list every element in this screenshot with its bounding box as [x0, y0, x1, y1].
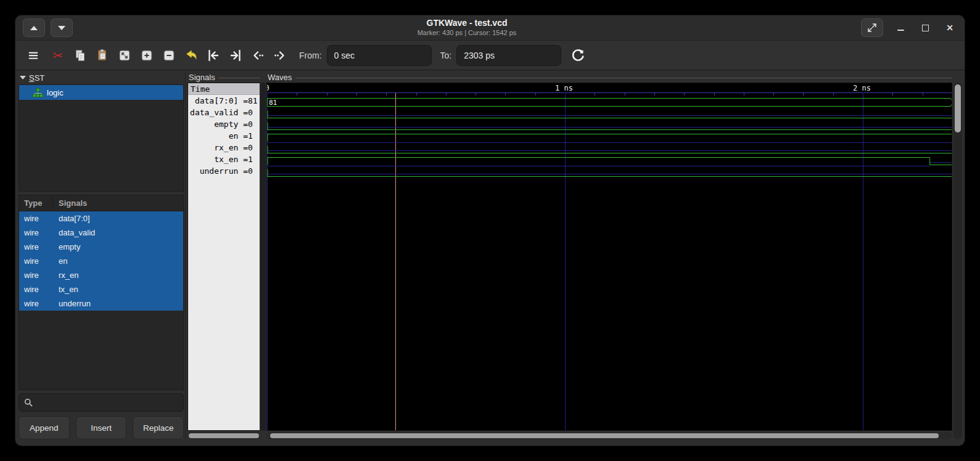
panel-divider[interactable] [184, 72, 187, 439]
scrollbar-thumb[interactable] [189, 433, 259, 438]
wave-canvas[interactable]: 01 ns2 ns81 [267, 83, 952, 431]
signal-name: empty [189, 120, 243, 129]
shift-up-button[interactable] [23, 18, 45, 37]
signals-vertical-scrollbar[interactable] [261, 83, 266, 431]
zoom-in-button[interactable] [136, 46, 157, 65]
maximize-button[interactable] [918, 20, 933, 35]
scissors-icon: ✂ [53, 49, 64, 62]
fullscreen-button[interactable] [861, 18, 883, 37]
signal-value-row[interactable]: en =1 [188, 130, 260, 142]
replace-button[interactable]: Replace [133, 417, 184, 439]
zoom-out-button[interactable] [159, 46, 179, 65]
paste-icon [96, 49, 109, 62]
close-button[interactable]: ✕ [942, 20, 957, 35]
column-header-signals[interactable]: Signals [53, 198, 87, 208]
equals-sign: = [243, 108, 248, 117]
expander-triangle-icon [20, 76, 26, 80]
insert-button[interactable]: Insert [76, 417, 127, 439]
signal-value-row[interactable]: empty =0 [188, 118, 260, 130]
minimize-button[interactable] [893, 20, 908, 35]
cell-type: wire [19, 214, 52, 223]
table-row[interactable]: wiredata[7:0] [19, 211, 183, 226]
tree-item-label: logic [47, 88, 64, 97]
reload-button[interactable] [567, 46, 588, 65]
cell-type: wire [19, 271, 52, 280]
timeline-label: 0 [267, 84, 270, 92]
table-row[interactable]: wirerx_en [19, 268, 183, 282]
sst-panel: SST logic Type Signals [19, 72, 184, 439]
sst-expander[interactable]: SST [19, 72, 184, 83]
arrow-down-icon [58, 26, 65, 30]
append-button[interactable]: Append [19, 417, 70, 439]
signal-search[interactable] [19, 393, 184, 412]
signal-value-row[interactable]: rx_en =0 [188, 142, 260, 153]
signals-horizontal-scrollbar[interactable] [187, 432, 260, 439]
column-header-type[interactable]: Type [19, 195, 53, 211]
wave-area: 01 ns2 ns81 [266, 83, 952, 431]
search-input[interactable] [37, 398, 179, 408]
cell-type: wire [19, 299, 52, 308]
expand-icon [867, 22, 878, 33]
scrollbar-thumb[interactable] [270, 433, 939, 438]
signal-value-row[interactable]: underrun =0 [188, 165, 260, 177]
signal-value: 0 [248, 108, 258, 117]
to-input[interactable] [456, 45, 561, 66]
waves-panel: Waves 01 ns2 ns81 [266, 72, 952, 439]
menu-button[interactable] [23, 46, 44, 65]
sst-label: SST [29, 73, 44, 83]
shift-down-button[interactable] [51, 18, 73, 37]
signal-name: tx_en [189, 155, 243, 164]
table-row[interactable]: wiretx_en [19, 282, 183, 296]
cell-name: rx_en [52, 271, 79, 280]
table-empty-area [19, 311, 183, 390]
waves-horizontal-scrollbar[interactable] [266, 432, 952, 439]
arrow-to-end-icon [228, 48, 243, 63]
go-to-end-button[interactable] [225, 46, 246, 65]
bus-value-label: 81 [269, 99, 277, 107]
signal-value-row[interactable]: tx_en =1 [188, 153, 260, 165]
zoom-in-icon [140, 49, 154, 62]
equals-sign: = [243, 166, 248, 176]
paste-button[interactable] [92, 46, 113, 65]
arrow-to-start-icon [206, 48, 221, 63]
marker-status: Marker: 430 ps [418, 29, 463, 36]
cell-type: wire [19, 228, 52, 237]
signals-panel-title: Signals [187, 72, 260, 83]
undo-button[interactable] [181, 46, 202, 65]
timeline-label: 1 ns [555, 84, 573, 92]
equals-sign: = [243, 120, 248, 129]
cut-button[interactable]: ✂ [47, 46, 68, 65]
signal-value: 81 [248, 96, 258, 105]
signal-type-table: Type Signals wiredata[7:0] wiredata_vali… [19, 195, 184, 390]
table-row[interactable]: wireen [19, 254, 183, 268]
cell-name: data_valid [52, 228, 95, 237]
cell-name: underrun [52, 299, 91, 308]
cell-type: wire [19, 285, 52, 294]
gtkwave-window: GTKWave - test.vcd Marker: 430 ps | Curs… [15, 15, 965, 446]
scrollbar-thumb[interactable] [955, 84, 961, 133]
copy-button[interactable] [70, 46, 91, 65]
signal-value-row[interactable]: data_valid =0 [188, 107, 260, 118]
status-separator: | [464, 29, 466, 36]
from-input[interactable] [327, 45, 432, 66]
signals-list: Time data[7:0] =81 data_valid =0 empty =… [187, 83, 260, 431]
tree-item-logic[interactable]: logic [19, 85, 183, 100]
cell-name: empty [52, 242, 80, 251]
prev-edge-button[interactable] [247, 46, 268, 65]
hamburger-icon [27, 49, 40, 62]
arrow-left-dotted-icon [250, 48, 265, 63]
waves-vertical-scrollbar[interactable] [953, 83, 962, 439]
copy-icon [73, 49, 87, 62]
table-row[interactable]: wireunderrun [19, 296, 183, 311]
table-row[interactable]: wiredata_valid [19, 226, 183, 240]
zoom-fit-button[interactable] [114, 46, 135, 65]
equals-sign: = [243, 143, 248, 152]
table-row[interactable]: wireempty [19, 240, 183, 254]
signal-value: 1 [248, 155, 258, 164]
next-edge-button[interactable] [270, 46, 290, 65]
signal-value-row[interactable]: data[7:0] =81 [188, 95, 260, 107]
go-to-start-button[interactable] [203, 46, 224, 65]
signal-value: 0 [248, 143, 258, 152]
signal-value: 0 [248, 120, 258, 129]
cell-name: data[7:0] [52, 214, 90, 223]
